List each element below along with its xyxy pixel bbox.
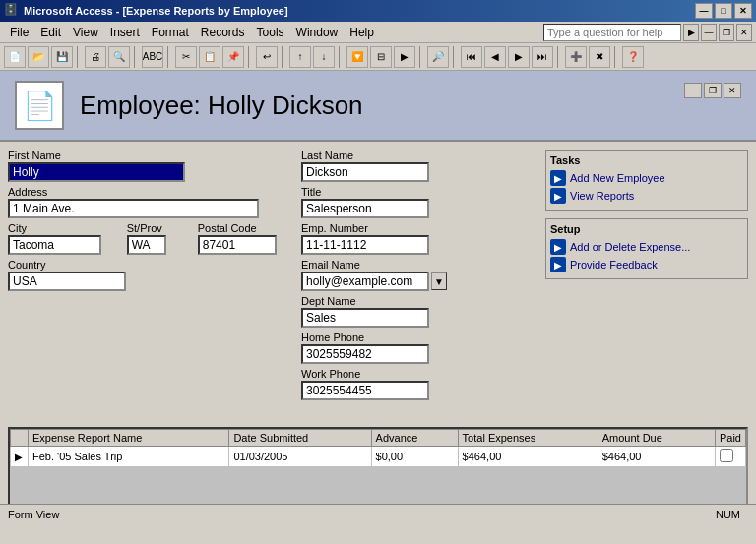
state-field: St/Prov: [127, 222, 194, 255]
col-report-name-header: Expense Report Name: [29, 430, 229, 447]
close-button[interactable]: ✕: [734, 3, 752, 19]
maximize-button[interactable]: □: [715, 3, 732, 19]
email-browse-button[interactable]: ▼: [431, 272, 447, 290]
home-phone-input[interactable]: [301, 344, 429, 364]
help-minimize[interactable]: —: [701, 24, 717, 41]
help-search-area: ▶ — ❐ ✕: [543, 24, 752, 41]
inner-minimize-button[interactable]: —: [684, 83, 702, 98]
inner-close-button[interactable]: ✕: [724, 83, 741, 98]
toolbar-filter[interactable]: 🔽: [346, 46, 368, 68]
help-restore[interactable]: ❐: [719, 24, 734, 41]
mdi-area: 📄 Employee: Holly Dickson — ❐ ✕ First Na…: [0, 71, 756, 523]
toolbar-new-rec[interactable]: ➕: [565, 46, 587, 68]
toolbar-sort-asc[interactable]: ↑: [289, 46, 311, 68]
first-name-field: First Name: [8, 150, 293, 182]
add-delete-expense-item[interactable]: ▶ Add or Delete Expense...: [550, 239, 743, 255]
menu-help[interactable]: Help: [344, 24, 380, 41]
work-phone-field: Work Phone: [301, 368, 537, 400]
toolbar-new[interactable]: 📄: [4, 46, 26, 68]
menu-tools[interactable]: Tools: [251, 24, 290, 41]
menu-format[interactable]: Format: [146, 24, 195, 41]
toolbar-sort-desc[interactable]: ↓: [313, 46, 335, 68]
country-input[interactable]: [8, 272, 126, 291]
toolbar-print[interactable]: 🖨: [85, 46, 106, 68]
toolbar-cut[interactable]: ✂: [175, 46, 197, 68]
last-name-input[interactable]: [301, 162, 429, 182]
toolbar-spell[interactable]: ABC: [142, 46, 163, 68]
city-state-zip-row: City St/Prov Postal Code: [8, 222, 293, 255]
status-right: NUM: [716, 509, 748, 520]
city-label: City: [8, 222, 123, 234]
toolbar-paste[interactable]: 📌: [222, 46, 244, 68]
menu-edit[interactable]: Edit: [34, 24, 67, 41]
menu-window[interactable]: Window: [290, 24, 345, 41]
emp-number-field: Emp. Number: [301, 222, 537, 255]
toolbar-find[interactable]: 🔎: [427, 46, 449, 68]
help-go-button[interactable]: ▶: [683, 24, 699, 41]
toolbar-copy[interactable]: 📋: [199, 46, 220, 68]
city-input[interactable]: [8, 235, 101, 255]
toolbar-help[interactable]: ❓: [622, 46, 644, 68]
emp-number-input[interactable]: [301, 235, 429, 255]
dept-label: Dept Name: [301, 295, 537, 307]
form-header-icon: 📄: [15, 81, 64, 130]
menu-records[interactable]: Records: [195, 24, 251, 41]
postal-label: Postal Code: [198, 222, 293, 234]
tasks-box: Tasks ▶ Add New Employee ▶ View Reports: [545, 150, 748, 211]
title-input[interactable]: [301, 199, 429, 218]
col-date-header: Date Submitted: [229, 430, 371, 447]
home-phone-field: Home Phone: [301, 332, 537, 364]
view-reports-item[interactable]: ▶ View Reports: [550, 188, 743, 204]
menu-view[interactable]: View: [67, 24, 104, 41]
tasks-title: Tasks: [550, 154, 743, 166]
toolbar-filter2[interactable]: ⊟: [370, 46, 392, 68]
toolbar-nav2[interactable]: ◀: [484, 46, 506, 68]
toolbar-save[interactable]: 💾: [51, 46, 73, 68]
form-title: Employee: Holly Dickson: [80, 91, 363, 121]
paid-cell: [715, 447, 745, 467]
email-input[interactable]: [301, 272, 429, 291]
minimize-button[interactable]: —: [695, 3, 713, 19]
first-name-input[interactable]: [8, 162, 185, 182]
provide-feedback-icon: ▶: [550, 257, 566, 272]
dept-input[interactable]: [301, 308, 429, 328]
toolbar-sep10: [614, 46, 618, 68]
address-input[interactable]: [8, 199, 259, 218]
work-phone-input[interactable]: [301, 381, 429, 400]
provide-feedback-label: Provide Feedback: [570, 259, 658, 271]
col-arrow-header: [11, 430, 29, 447]
toolbar-filter-apply[interactable]: ▶: [394, 46, 415, 68]
status-left: Form View: [8, 509, 59, 520]
toolbar-nav3[interactable]: ▶: [508, 46, 530, 68]
toolbar-open[interactable]: 📂: [28, 46, 49, 68]
menu-file[interactable]: File: [4, 24, 34, 41]
toolbar-undo[interactable]: ↩: [256, 46, 278, 68]
left-column: First Name Address City St/Prov: [8, 150, 293, 419]
toolbar-del[interactable]: ✖: [589, 46, 610, 68]
state-label: St/Prov: [127, 222, 194, 234]
postal-input[interactable]: [198, 235, 277, 255]
right-column: Tasks ▶ Add New Employee ▶ View Reports …: [545, 150, 748, 419]
menu-insert[interactable]: Insert: [104, 24, 146, 41]
add-employee-label: Add New Employee: [570, 172, 665, 184]
email-field: Email Name ▼: [301, 259, 537, 291]
add-delete-label: Add or Delete Expense...: [570, 241, 690, 253]
inner-restore-button[interactable]: ❐: [704, 83, 722, 98]
add-new-employee-item[interactable]: ▶ Add New Employee: [550, 170, 743, 186]
toolbar-nav4[interactable]: ⏭: [532, 46, 553, 68]
help-close[interactable]: ✕: [736, 24, 752, 41]
table-row[interactable]: ▶ Feb. '05 Sales Trip 01/03/2005 $0,00 $…: [11, 447, 746, 467]
help-search-input[interactable]: [543, 24, 681, 41]
add-delete-icon: ▶: [550, 239, 566, 255]
toolbar-nav1[interactable]: ⏮: [461, 46, 482, 68]
title-field: Title: [301, 186, 537, 218]
toolbar-sep5: [282, 46, 285, 68]
state-input[interactable]: [127, 235, 166, 255]
paid-checkbox[interactable]: [720, 449, 733, 462]
email-label: Email Name: [301, 259, 537, 271]
col-amount-due-header: Amount Due: [598, 430, 715, 447]
country-label: Country: [8, 259, 293, 271]
provide-feedback-item[interactable]: ▶ Provide Feedback: [550, 257, 743, 272]
view-reports-label: View Reports: [570, 190, 634, 202]
toolbar-preview[interactable]: 🔍: [108, 46, 130, 68]
